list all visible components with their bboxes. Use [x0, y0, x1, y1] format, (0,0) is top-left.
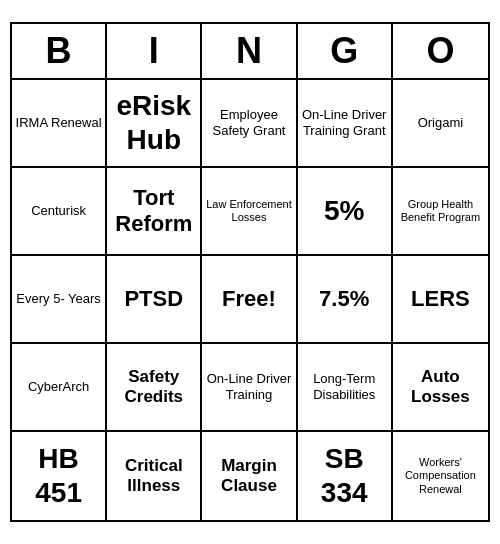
cell-text-18: Long-Term Disabilities	[301, 371, 388, 402]
cell-text-3: On-Line Driver Training Grant	[301, 107, 388, 138]
bingo-cell-14: LERS	[393, 256, 488, 344]
bingo-cell-21: Critical Illness	[107, 432, 202, 520]
bingo-cell-8: 5%	[298, 168, 393, 256]
cell-text-17: On-Line Driver Training	[205, 371, 292, 402]
bingo-letter-o: O	[393, 24, 488, 78]
bingo-cell-12: Free!	[202, 256, 297, 344]
bingo-cell-20: HB 451	[12, 432, 107, 520]
bingo-cell-6: Tort Reform	[107, 168, 202, 256]
cell-text-22: Margin Clause	[205, 456, 292, 497]
cell-text-16: Safety Credits	[110, 367, 197, 408]
bingo-cell-22: Margin Clause	[202, 432, 297, 520]
bingo-cell-17: On-Line Driver Training	[202, 344, 297, 432]
cell-text-15: CyberArch	[28, 379, 89, 395]
bingo-cell-19: Auto Losses	[393, 344, 488, 432]
cell-text-1: eRisk Hub	[110, 89, 197, 156]
cell-text-2: Employee Safety Grant	[205, 107, 292, 138]
cell-text-0: IRMA Renewal	[16, 115, 102, 131]
bingo-cell-15: CyberArch	[12, 344, 107, 432]
bingo-cell-11: PTSD	[107, 256, 202, 344]
cell-text-7: Law Enforcement Losses	[205, 198, 292, 224]
cell-text-21: Critical Illness	[110, 456, 197, 497]
cell-text-13: 7.5%	[319, 286, 369, 312]
cell-text-19: Auto Losses	[396, 367, 485, 408]
cell-text-4: Origami	[418, 115, 464, 131]
bingo-cell-13: 7.5%	[298, 256, 393, 344]
bingo-cell-16: Safety Credits	[107, 344, 202, 432]
bingo-grid: IRMA RenewaleRisk HubEmployee Safety Gra…	[12, 80, 488, 520]
bingo-header: BINGO	[12, 24, 488, 80]
bingo-cell-9: Group Health Benefit Program	[393, 168, 488, 256]
bingo-cell-24: Workers' Compensation Renewal	[393, 432, 488, 520]
bingo-letter-g: G	[298, 24, 393, 78]
bingo-cell-7: Law Enforcement Losses	[202, 168, 297, 256]
bingo-cell-4: Origami	[393, 80, 488, 168]
cell-text-9: Group Health Benefit Program	[396, 198, 485, 224]
cell-text-10: Every 5- Years	[16, 291, 101, 307]
cell-text-12: Free!	[222, 286, 276, 312]
bingo-cell-23: SB 334	[298, 432, 393, 520]
bingo-card: BINGO IRMA RenewaleRisk HubEmployee Safe…	[10, 22, 490, 522]
cell-text-20: HB 451	[15, 442, 102, 509]
cell-text-14: LERS	[411, 286, 470, 312]
bingo-cell-3: On-Line Driver Training Grant	[298, 80, 393, 168]
cell-text-5: Centurisk	[31, 203, 86, 219]
bingo-cell-1: eRisk Hub	[107, 80, 202, 168]
cell-text-23: SB 334	[301, 442, 388, 509]
bingo-cell-10: Every 5- Years	[12, 256, 107, 344]
bingo-letter-i: I	[107, 24, 202, 78]
cell-text-8: 5%	[324, 194, 364, 228]
bingo-cell-18: Long-Term Disabilities	[298, 344, 393, 432]
cell-text-11: PTSD	[124, 286, 183, 312]
cell-text-6: Tort Reform	[110, 185, 197, 238]
bingo-cell-0: IRMA Renewal	[12, 80, 107, 168]
cell-text-24: Workers' Compensation Renewal	[396, 456, 485, 496]
bingo-letter-b: B	[12, 24, 107, 78]
bingo-cell-2: Employee Safety Grant	[202, 80, 297, 168]
bingo-cell-5: Centurisk	[12, 168, 107, 256]
bingo-letter-n: N	[202, 24, 297, 78]
